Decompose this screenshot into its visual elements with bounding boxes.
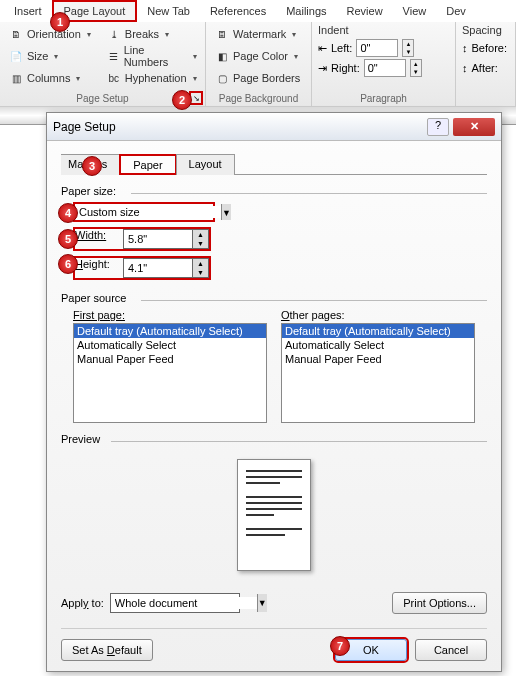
dialog-title: Page Setup <box>53 120 427 134</box>
indent-left-input[interactable] <box>356 39 398 57</box>
chevron-down-icon: ▾ <box>76 74 80 83</box>
indent-left-icon: ⇤ <box>318 42 327 55</box>
spacing-label: Spacing <box>462 24 509 36</box>
list-item[interactable]: Automatically Select <box>282 338 474 352</box>
indent-label: Indent <box>318 24 449 36</box>
tab-view[interactable]: View <box>393 2 437 20</box>
chevron-down-icon: ▾ <box>193 52 197 61</box>
page-preview <box>237 459 311 571</box>
line-numbers-icon: ☰ <box>107 49 120 63</box>
paper-source-label: Paper source <box>61 292 487 304</box>
callout-4: 4 <box>58 203 78 223</box>
page-color-icon: ◧ <box>215 49 229 63</box>
spacing-after-label: After: <box>472 62 498 74</box>
hyphenation-button[interactable]: bcHyphenation▾ <box>104 68 200 88</box>
chevron-down-icon: ▾ <box>294 52 298 61</box>
columns-icon: ▥ <box>9 71 23 85</box>
indent-left-spinner[interactable]: ▲▼ <box>402 39 414 57</box>
group-page-background: 🗏Watermark▾ ◧Page Color▾ ▢Page Borders P… <box>206 22 312 106</box>
chevron-down-icon[interactable]: ▼ <box>221 204 231 220</box>
page-borders-button[interactable]: ▢Page Borders <box>212 68 305 88</box>
spacing-after-icon: ↕ <box>462 62 468 74</box>
columns-button[interactable]: ▥Columns▾ <box>6 68 94 88</box>
list-item[interactable]: Automatically Select <box>74 338 266 352</box>
indent-right-spinner[interactable]: ▲▼ <box>410 59 422 77</box>
paper-size-input[interactable] <box>75 206 221 218</box>
print-options-button[interactable]: Print Options... <box>392 592 487 614</box>
group-label-paragraph: Paragraph <box>312 93 455 104</box>
callout-6: 6 <box>58 254 78 274</box>
tab-new-tab[interactable]: New Tab <box>137 2 200 20</box>
watermark-icon: 🗏 <box>215 27 229 41</box>
apply-to-label: Apply to: <box>61 597 104 609</box>
page-setup-dialog: Page Setup ? ✕ Margins Paper Layout Pape… <box>46 112 502 672</box>
chevron-down-icon[interactable]: ▼ <box>257 594 267 612</box>
tab-paper[interactable]: Paper <box>119 154 176 175</box>
paper-size-label: Paper size: <box>61 185 487 197</box>
height-spinner[interactable]: ▲▼ <box>193 258 209 278</box>
indent-right-label: Right: <box>331 62 360 74</box>
list-item[interactable]: Default tray (Automatically Select) <box>282 324 474 338</box>
paper-size-combo[interactable]: ▼ <box>73 202 215 222</box>
first-page-listbox[interactable]: Default tray (Automatically Select) Auto… <box>73 323 267 423</box>
chevron-down-icon: ▾ <box>292 30 296 39</box>
close-button[interactable]: ✕ <box>453 118 495 136</box>
dialog-titlebar[interactable]: Page Setup ? ✕ <box>47 113 501 141</box>
ribbon-tabs: Insert Page Layout New Tab References Ma… <box>0 0 516 22</box>
size-icon: 📄 <box>9 49 23 63</box>
width-input[interactable] <box>123 229 193 249</box>
chevron-down-icon: ▾ <box>165 30 169 39</box>
size-button[interactable]: 📄Size▾ <box>6 46 94 66</box>
apply-to-input[interactable] <box>111 597 257 609</box>
other-pages-listbox[interactable]: Default tray (Automatically Select) Auto… <box>281 323 475 423</box>
tab-references[interactable]: References <box>200 2 276 20</box>
other-pages-label: Other pages: <box>281 309 475 321</box>
callout-3: 3 <box>82 156 102 176</box>
tab-insert[interactable]: Insert <box>4 2 52 20</box>
group-paragraph-indent: Indent ⇤ Left: ▲▼ ⇥ Right: ▲▼ Paragraph <box>312 22 456 106</box>
indent-right-input[interactable] <box>364 59 406 77</box>
group-label-page-background: Page Background <box>206 93 311 104</box>
callout-2: 2 <box>172 90 192 110</box>
width-label: Width: <box>75 229 123 249</box>
watermark-button[interactable]: 🗏Watermark▾ <box>212 24 305 44</box>
ribbon: Insert Page Layout New Tab References Ma… <box>0 0 516 107</box>
height-input[interactable] <box>123 258 193 278</box>
indent-left-label: Left: <box>331 42 352 54</box>
height-label: Height: <box>75 258 123 278</box>
list-item[interactable]: Manual Paper Feed <box>74 352 266 366</box>
first-page-label: First page: <box>73 309 267 321</box>
page-borders-icon: ▢ <box>215 71 229 85</box>
spacing-before-label: Before: <box>472 42 507 54</box>
preview-area <box>61 450 487 580</box>
chevron-down-icon: ▾ <box>193 74 197 83</box>
spacing-before-icon: ↕ <box>462 42 468 54</box>
help-button[interactable]: ? <box>427 118 449 136</box>
chevron-down-icon: ▾ <box>54 52 58 61</box>
orientation-icon: 🗎 <box>9 27 23 41</box>
tab-review[interactable]: Review <box>337 2 393 20</box>
chevron-down-icon: ▾ <box>87 30 91 39</box>
callout-1: 1 <box>50 12 70 32</box>
apply-to-combo[interactable]: ▼ <box>110 593 240 613</box>
line-numbers-button[interactable]: ☰Line Numbers▾ <box>104 46 200 66</box>
orientation-button[interactable]: 🗎Orientation▾ <box>6 24 94 44</box>
set-default-button[interactable]: Set As Default <box>61 639 153 661</box>
list-item[interactable]: Default tray (Automatically Select) <box>74 324 266 338</box>
breaks-button[interactable]: ⤓Breaks▾ <box>104 24 200 44</box>
dialog-tabs: Margins Paper Layout <box>61 153 487 175</box>
tab-mailings[interactable]: Mailings <box>276 2 336 20</box>
page-color-button[interactable]: ◧Page Color▾ <box>212 46 305 66</box>
callout-7: 7 <box>330 636 350 656</box>
cancel-button[interactable]: Cancel <box>415 639 487 661</box>
indent-right-icon: ⇥ <box>318 62 327 75</box>
breaks-icon: ⤓ <box>107 27 121 41</box>
width-spinner[interactable]: ▲▼ <box>193 229 209 249</box>
hyphenation-icon: bc <box>107 71 121 85</box>
callout-5: 5 <box>58 229 78 249</box>
tab-layout[interactable]: Layout <box>176 154 235 175</box>
list-item[interactable]: Manual Paper Feed <box>282 352 474 366</box>
group-paragraph-spacing: Spacing ↕Before: ↕After: <box>456 22 516 106</box>
preview-label: Preview <box>61 433 487 445</box>
tab-dev[interactable]: Dev <box>436 2 476 20</box>
